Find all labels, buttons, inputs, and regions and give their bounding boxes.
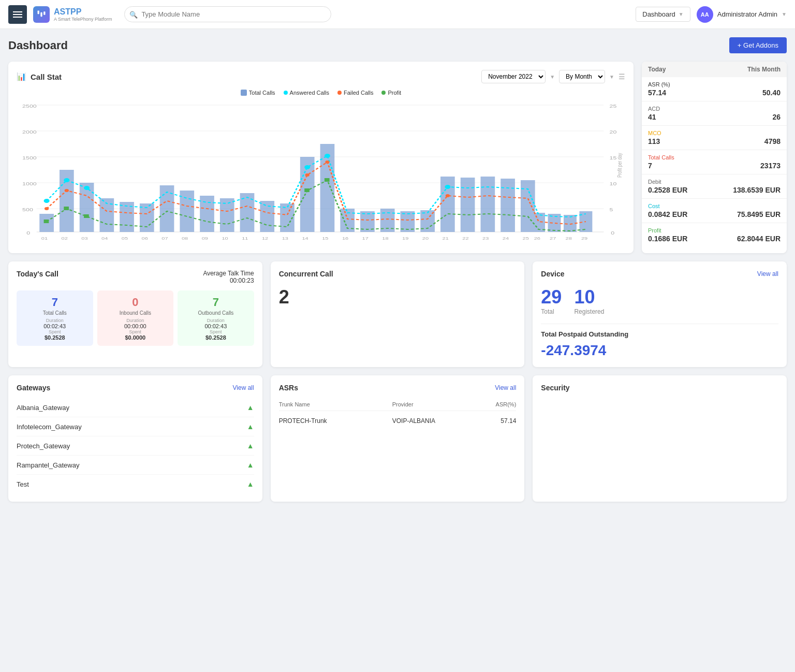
svg-text:02: 02: [62, 236, 68, 241]
svg-text:10: 10: [610, 181, 617, 186]
gw-view-all-link[interactable]: View all: [233, 384, 254, 391]
svg-text:10: 10: [222, 236, 228, 241]
svg-point-29: [325, 160, 329, 164]
stat-row-mco: MCO 113 4798: [642, 126, 787, 150]
mco-values: 113 4798: [648, 137, 781, 145]
svg-text:01: 01: [41, 236, 48, 241]
svg-point-23: [304, 165, 310, 169]
call-stat-header: 📊 Call Stat November 2022 ▼ By Month ▼ ☰: [17, 70, 625, 83]
hamburger-button[interactable]: [8, 5, 27, 24]
logo-text-block: ASTPP A Smart TelePhony Platform: [54, 7, 112, 22]
tc-boxes: 7 Total Calls Duration 00:02:43 Spent $0…: [17, 290, 254, 346]
logo-subtitle: A Smart TelePhony Platform: [54, 17, 112, 22]
gw-name-1: Infotelecom_Gateway: [17, 423, 82, 431]
svg-text:2500: 2500: [22, 104, 37, 109]
svg-text:26: 26: [534, 236, 540, 241]
dropdown-arrow-icon: ▼: [550, 74, 555, 80]
user-menu[interactable]: AA Administrator Admin ▼: [697, 6, 787, 23]
asrs-header: ASRs View all: [279, 384, 517, 392]
chart-area: 2500 2000 1500 1000 500 0 25 20 15 10 5 …: [17, 100, 625, 245]
svg-text:07: 07: [161, 236, 168, 241]
profit-label: Profit: [648, 227, 781, 233]
svg-text:20: 20: [610, 129, 617, 135]
bar-10: [220, 198, 234, 232]
main-grid: 📊 Call Stat November 2022 ▼ By Month ▼ ☰: [8, 62, 787, 253]
ac-dot-2: [64, 178, 69, 182]
tc-inbound-box: 0 Inbound Calls Duration 00:00:00 Spent …: [97, 290, 174, 346]
this-month-col-header: This Month: [714, 62, 787, 77]
stat-row-cost: Cost 0.0842 EUR 75.8495 EUR: [642, 199, 787, 223]
asrs-view-all-link[interactable]: View all: [495, 384, 516, 391]
legend-total-calls: Total Calls: [241, 90, 275, 96]
gw-name-0: Albania_Gateway: [17, 404, 69, 412]
hamburger-icon: [13, 14, 22, 15]
cost-values: 0.0842 EUR 75.8495 EUR: [648, 210, 781, 218]
svg-rect-33: [84, 214, 89, 218]
asrs-trunk-0: PROTECH-Trunk: [279, 417, 327, 425]
tc-avg-label: Average Talk Time: [203, 270, 254, 277]
svg-text:15: 15: [322, 236, 328, 241]
chart-menu-icon[interactable]: ☰: [619, 72, 625, 81]
asrs-col-headers: Trunk Name Provider ASR(%): [279, 398, 517, 411]
dashboard-dropdown[interactable]: Dashboard ▼: [636, 7, 690, 22]
gateways-card: Gateways View all Albania_Gateway ▲ Info…: [8, 375, 262, 502]
search-input[interactable]: [124, 6, 331, 22]
total-calls-values: 7 23173: [648, 162, 781, 170]
bar-22: [461, 178, 475, 232]
gw-header: Gateways View all: [17, 384, 254, 392]
month-select[interactable]: November 2022: [481, 70, 546, 83]
asr-values: 57.14 50.40: [648, 89, 781, 97]
svg-rect-31: [44, 220, 49, 223]
tc-inbound-spent-label: Spent: [101, 329, 170, 334]
postpaid-title: Total Postpaid Outstanding: [541, 330, 778, 338]
total-calls-today: 7: [648, 162, 652, 170]
gw-arrow-2: ▲: [247, 442, 254, 450]
device-total: 29 Total: [541, 286, 562, 315]
svg-point-24: [325, 154, 330, 158]
gw-list: Albania_Gateway ▲ Infotelecom_Gateway ▲ …: [17, 398, 254, 493]
debit-values: 0.2528 EUR 138.6539 EUR: [648, 186, 781, 194]
by-month-select[interactable]: By Month: [559, 70, 605, 83]
postpaid-section: Total Postpaid Outstanding -247.3974: [541, 324, 778, 359]
bar-09: [200, 196, 214, 232]
legend-profit: Profit: [381, 90, 401, 96]
call-stat-card: 📊 Call Stat November 2022 ▼ By Month ▼ ☰: [8, 62, 634, 253]
svg-text:16: 16: [342, 236, 348, 241]
tc-total-calls-box: 7 Total Calls Duration 00:02:43 Spent $0…: [17, 290, 93, 346]
svg-text:04: 04: [101, 236, 108, 241]
svg-text:14: 14: [302, 236, 308, 241]
security-card: Security: [533, 375, 787, 502]
gw-title: Gateways: [17, 384, 50, 392]
stat-row-acd: ACD 41 26: [642, 101, 787, 126]
tc-total-num: 7: [21, 296, 89, 309]
tc-total-label: Total Calls: [21, 310, 89, 316]
legend-failed-calls: Failed Calls: [337, 90, 373, 96]
svg-text:5: 5: [610, 207, 613, 212]
get-addons-button[interactable]: + Get Addons: [729, 37, 787, 53]
gw-name-4: Test: [17, 480, 29, 488]
concurrent-call-card: Concurrent Call 2: [271, 261, 525, 367]
bar-24: [500, 179, 515, 232]
device-registered-label: Registered: [574, 308, 604, 315]
search-icon: 🔍: [129, 10, 138, 18]
svg-text:2000: 2000: [22, 129, 37, 135]
profit-today: 0.1686 EUR: [648, 235, 687, 243]
svg-rect-0: [38, 10, 39, 14]
chart-legend: Total Calls Answered Calls Failed Calls …: [17, 90, 625, 96]
page-title: Dashboard: [8, 39, 68, 52]
asrs-col-provider: Provider: [392, 401, 414, 407]
dashboard-label: Dashboard: [642, 10, 675, 18]
svg-point-30: [446, 194, 450, 197]
stats-sidebar: Today This Month ASR (%) 57.14 50.40 ACD…: [642, 62, 787, 253]
asrs-col-trunk: Trunk Name: [279, 401, 310, 407]
device-view-all-link[interactable]: View all: [757, 270, 778, 277]
device-card: Device View all 29 Total 10 Registered T…: [533, 261, 787, 367]
acd-month: 26: [772, 113, 781, 121]
svg-text:23: 23: [482, 236, 489, 241]
svg-text:17: 17: [362, 236, 369, 241]
list-item: Protech_Gateway ▲: [17, 436, 254, 456]
acd-label: ACD: [648, 106, 781, 112]
svg-text:20: 20: [422, 236, 429, 241]
search-bar[interactable]: 🔍: [124, 6, 331, 22]
device-registered: 10 Registered: [574, 286, 604, 315]
